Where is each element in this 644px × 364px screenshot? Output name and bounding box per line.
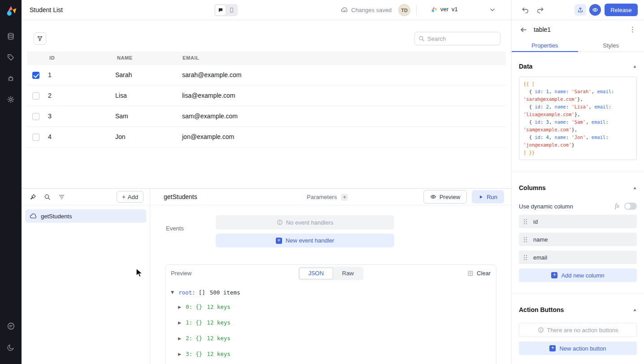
json-tree-item[interactable]: ▶0:{}12 keys <box>171 299 496 315</box>
help-chat-icon[interactable] <box>0 316 22 337</box>
add-new-column-button[interactable]: + Add new column <box>519 269 637 282</box>
code-line: ] }} <box>523 149 632 156</box>
json-tree-item[interactable]: ▶2:{}12 keys <box>171 330 496 346</box>
query-title: getStudents <box>164 193 197 200</box>
redo-icon[interactable] <box>536 6 544 14</box>
properties-body: Data ▲ {{ [ { id: 1, name: 'Sarah', emai… <box>512 52 644 364</box>
pages-icon[interactable] <box>0 26 22 47</box>
table-row[interactable]: 4Jonjon@example.com <box>27 127 506 147</box>
version-selector[interactable]: ver v1 <box>431 6 458 13</box>
query-preview-panel: Preview JSON Raw Clear <box>165 264 496 364</box>
search-input[interactable] <box>427 35 490 42</box>
new-event-handler-button[interactable]: + New event handler <box>216 234 394 247</box>
columns-section-header[interactable]: Columns ▲ <box>519 184 637 191</box>
chevron-down-icon[interactable] <box>489 6 496 13</box>
preview-query-button[interactable]: Preview <box>423 190 467 204</box>
row-checkbox[interactable] <box>32 134 39 141</box>
tooljet-logo[interactable] <box>5 4 17 17</box>
drag-handle-icon[interactable] <box>523 255 527 260</box>
app-preview-eye-icon[interactable] <box>589 4 601 16</box>
add-parameter-icon[interactable]: + <box>341 194 348 201</box>
json-item-key: 3: <box>186 351 192 357</box>
triangle-right-icon: ▶ <box>178 321 183 325</box>
table-search[interactable] <box>414 32 500 45</box>
table-row[interactable]: 1Sarahsarah@example.com <box>27 65 506 86</box>
code-line: { id: 1, name: 'Sarah', email: <box>523 88 632 95</box>
pin-icon[interactable] <box>30 194 36 200</box>
collapse-up-icon[interactable]: ▲ <box>633 186 637 190</box>
fx-icon[interactable]: fx <box>615 203 619 210</box>
code-line: 'jon@example.com'} <box>523 141 632 149</box>
json-item-key: 1: <box>186 319 192 326</box>
topbar-panel-divider <box>511 0 512 20</box>
kebab-menu-icon[interactable]: ⋮ <box>629 26 636 34</box>
debugger-icon[interactable] <box>0 68 22 89</box>
events-label: Events <box>166 225 184 232</box>
tab-styles[interactable]: Styles <box>578 39 644 52</box>
properties-panel: table1 ⋮ Properties Styles Data ▲ {{ [ {… <box>511 20 644 364</box>
mobile-mode-icon[interactable] <box>226 5 237 15</box>
play-icon <box>479 195 483 199</box>
release-button[interactable]: Release <box>605 4 638 16</box>
user-avatar[interactable]: TD <box>398 4 410 16</box>
data-code-editor[interactable]: {{ [ { id: 1, name: 'Sarah', email:'sara… <box>519 77 637 160</box>
datasources-icon[interactable] <box>0 47 22 68</box>
cell-id: 1 <box>48 71 52 78</box>
drag-handle-icon[interactable] <box>523 219 527 225</box>
json-item-meta: 12 keys <box>207 303 231 310</box>
back-arrow-icon[interactable] <box>520 26 527 34</box>
triangle-down-icon: ▼ <box>171 290 175 295</box>
toggle-knob <box>625 204 631 209</box>
table-row[interactable]: 3Samsam@example.com <box>27 106 506 127</box>
run-query-button[interactable]: Run <box>472 190 504 204</box>
column-item-id[interactable]: id <box>519 215 637 228</box>
data-section-header[interactable]: Data ▲ <box>519 63 637 70</box>
clear-preview-button[interactable]: Clear <box>467 270 491 277</box>
settings-icon[interactable] <box>0 89 22 110</box>
search-icon <box>418 35 425 42</box>
filter-icon[interactable] <box>58 194 65 200</box>
info-icon <box>277 219 283 225</box>
table-widget[interactable]: ID NAME EMAIL 1Sarahsarah@example.com2Li… <box>27 27 506 186</box>
json-tree-item[interactable]: ▶1:{}12 keys <box>171 315 496 330</box>
column-header-email[interactable]: EMAIL <box>183 55 199 61</box>
run-query-label: Run <box>487 194 497 200</box>
preview-format-toggle: JSON Raw <box>298 267 364 280</box>
row-checkbox[interactable] <box>32 113 39 120</box>
table-header-row: ID NAME EMAIL <box>27 52 506 65</box>
tab-properties[interactable]: Properties <box>512 39 578 52</box>
search-icon[interactable] <box>44 194 51 200</box>
query-list: + Add getStudents <box>22 189 150 364</box>
action-buttons-section-header[interactable]: Action Buttons ▲ <box>519 306 637 313</box>
canvas[interactable]: ID NAME EMAIL 1Sarahsarah@example.com2Li… <box>22 20 511 188</box>
no-action-buttons-label: There are no action buttons <box>547 327 618 334</box>
new-action-button[interactable]: + New action button <box>519 342 637 355</box>
json-tree-root[interactable]: ▼ root: [] 500 items <box>171 286 496 299</box>
row-checkbox[interactable] <box>32 92 39 100</box>
plus-square-icon: + <box>549 345 556 351</box>
plus-icon: + <box>122 194 126 200</box>
comment-mode-icon[interactable] <box>215 5 226 15</box>
tab-raw[interactable]: Raw <box>333 268 363 279</box>
json-tree-item[interactable]: ▶3:{}12 keys <box>171 346 496 362</box>
column-item-email[interactable]: email <box>519 251 637 264</box>
add-query-button[interactable]: + Add <box>117 191 144 203</box>
share-icon[interactable] <box>574 4 586 16</box>
column-header-id[interactable]: ID <box>49 55 55 61</box>
column-item-name[interactable]: name <box>519 233 637 246</box>
dynamic-column-toggle[interactable] <box>624 203 637 210</box>
table-row[interactable]: 2Lisalisa@example.com <box>27 86 506 106</box>
left-rail <box>0 0 22 364</box>
theme-moon-icon[interactable] <box>0 337 22 358</box>
filter-icon[interactable] <box>34 32 46 45</box>
column-header-name[interactable]: NAME <box>117 55 133 61</box>
collapse-up-icon[interactable]: ▲ <box>633 308 637 312</box>
row-checkbox[interactable] <box>32 72 39 79</box>
undo-icon[interactable] <box>521 6 529 14</box>
tab-json[interactable]: JSON <box>299 268 333 279</box>
code-line: 'lisa@example.com'}, <box>523 111 632 118</box>
drag-handle-icon[interactable] <box>523 237 527 243</box>
query-list-item[interactable]: getStudents <box>25 209 146 223</box>
collapse-up-icon[interactable]: ▲ <box>633 64 637 69</box>
section-divider <box>512 294 644 294</box>
